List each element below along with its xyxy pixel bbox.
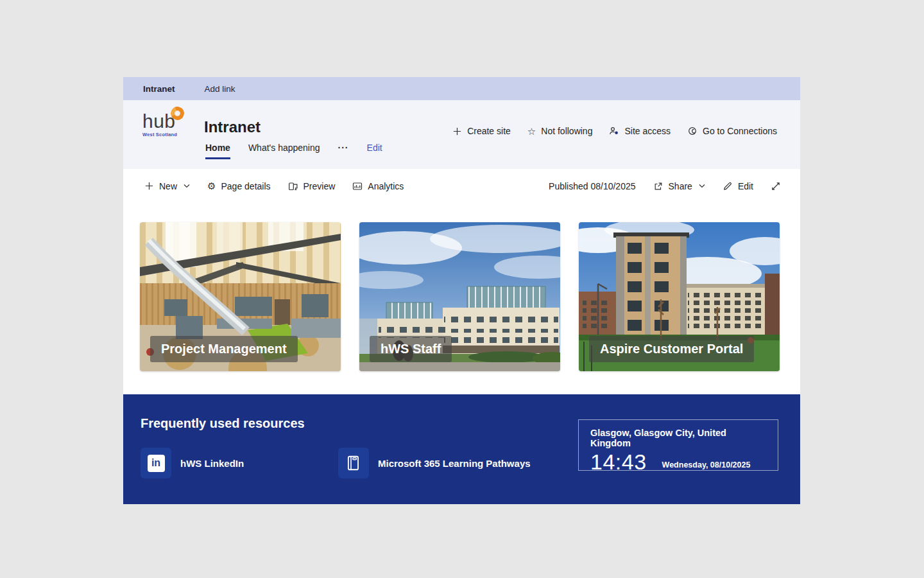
world-clock-widget: Glasgow, Glasgow City, United Kingdom 14… [578,419,778,471]
nav-edit-button[interactable]: Edit [367,143,382,157]
pencil-icon [723,181,733,191]
card-hws-staff[interactable]: hWS Staff [359,222,560,371]
logo-region-text: West Scotland [142,132,187,137]
linkedin-icon: in [148,455,165,472]
analytics-icon [352,181,363,191]
command-bar-right: Published 08/10/2025 Share Edit [549,181,781,191]
new-button[interactable]: New [144,181,190,191]
analytics-button[interactable]: Analytics [352,181,404,191]
header-actions: Create site ☆ Not following Site access [452,126,777,136]
clock-row: 14:43 Wednesday, 08/10/2025 [590,450,766,475]
expand-page-button[interactable] [771,181,781,191]
nav-tab-home[interactable]: Home [205,143,230,159]
resources-heading: Frequently used resources [141,416,305,431]
edit-page-button[interactable]: Edit [723,181,753,191]
clock-date: Wednesday, 08/10/2025 [662,460,751,469]
command-bar: New ⚙ Page details Preview [123,169,800,203]
site-access-button[interactable]: Site access [609,126,671,136]
plus-icon [144,181,154,191]
preview-icon [288,181,298,191]
learning-tile [338,448,369,478]
edit-page-label: Edit [738,181,753,191]
suite-top-bar: Intranet Add link [123,77,800,100]
resource-label: Microsoft 365 Learning Pathways [378,458,531,469]
connections-icon [687,126,697,136]
clock-time: 14:43 [590,450,647,475]
follow-button[interactable]: ☆ Not following [527,126,593,136]
command-bar-left: New ⚙ Page details Preview [144,181,404,191]
card-title-overlay: Project Management [150,336,298,362]
create-site-button[interactable]: Create site [452,126,511,136]
browser-app-frame: Intranet Add link hub West Scotland Intr… [123,77,800,504]
share-icon [653,181,663,191]
site-access-label: Site access [624,126,671,136]
resources-section: Frequently used resources in hWS LinkedI… [123,394,800,504]
resource-link-learning-pathways[interactable]: Microsoft 365 Learning Pathways [338,448,531,478]
linkedin-tile: in [141,448,171,478]
connections-label: Go to Connections [703,126,777,136]
topbar-item-intranet[interactable]: Intranet [143,84,175,94]
book-icon [345,455,362,471]
preview-button[interactable]: Preview [288,181,336,191]
site-navigation: Home What's happening ··· Edit [205,143,382,159]
share-label: Share [669,181,692,191]
preview-label: Preview [304,181,336,191]
hero-cards: Project Management [140,222,800,371]
nav-tab-whats-happening[interactable]: What's happening [248,143,320,157]
chevron-down-icon [184,184,190,188]
card-title-overlay: hWS Staff [370,336,452,362]
chevron-down-icon [699,184,705,188]
published-status: Published 08/10/2025 [549,181,635,191]
card-project-management[interactable]: Project Management [140,222,341,371]
resource-link-linkedin[interactable]: in hWS LinkedIn [141,448,244,478]
nav-more-button[interactable]: ··· [338,143,349,157]
plus-icon [452,127,462,136]
people-icon [609,126,619,136]
create-site-label: Create site [467,126,511,136]
linkedin-glyph: in [151,458,160,468]
page-title: Intranet [204,118,261,136]
expand-icon [771,181,781,191]
clock-location: Glasgow, Glasgow City, United Kingdom [590,428,766,448]
card-aspire-customer-portal[interactable]: Aspire Customer Portal [579,222,780,371]
site-logo[interactable]: hub West Scotland [142,112,187,137]
follow-label: Not following [541,126,592,136]
page-details-label: Page details [221,181,270,191]
page-content: Project Management [123,203,800,394]
new-label: New [159,181,177,191]
connections-button[interactable]: Go to Connections [687,126,777,136]
desktop-background: Intranet Add link hub West Scotland Intr… [0,0,924,578]
topbar-item-add-link[interactable]: Add link [205,84,235,94]
resource-label: hWS LinkedIn [180,458,244,469]
page-details-button[interactable]: ⚙ Page details [207,181,271,191]
gear-icon: ⚙ [207,181,216,191]
analytics-label: Analytics [368,181,404,191]
card-title-overlay: Aspire Customer Portal [589,336,754,362]
star-icon: ☆ [527,127,536,136]
share-button[interactable]: Share [653,181,705,191]
site-header: hub West Scotland Intranet Home What's h… [123,100,800,169]
